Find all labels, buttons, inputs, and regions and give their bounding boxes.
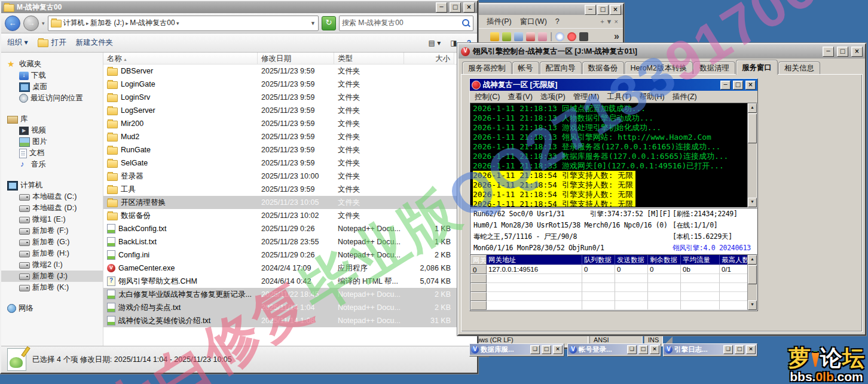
tab-相关信息[interactable]: 相关信息 [778, 62, 820, 74]
scroll-up-icon[interactable]: ▲ [748, 103, 757, 113]
new-folder-button[interactable]: 新建文件夹 [76, 38, 114, 48]
change-view-button[interactable]: ▤ ▾ [429, 39, 441, 47]
gateway-row[interactable] [470, 301, 748, 310]
file-row[interactable]: Config.ini2025/11/29 0:26Notepad++ Docu.… [103, 248, 477, 262]
npp-edit-icon[interactable] [526, 32, 535, 41]
column-header-size[interactable]: 大小 [404, 53, 454, 64]
sidebar-item-本地磁盘 (D:)[interactable]: 本地磁盘 (D:) [1, 202, 103, 214]
console-menu-查看(V)[interactable]: 查看(V) [508, 92, 533, 102]
preview-pane-button[interactable]: ◨ [450, 39, 457, 47]
sidebar-item-桌面[interactable]: 桌面 [1, 81, 103, 93]
breadcrumb-item[interactable]: 新加卷 (J:) [90, 19, 124, 27]
console-menu-帮助(H)[interactable]: 帮助(H) [639, 92, 664, 102]
gateway-row[interactable] [470, 292, 748, 301]
breadcrumb-item[interactable]: M-战神复古00 [130, 19, 175, 27]
back-button[interactable]: ← [5, 16, 20, 31]
panel-maximize-button[interactable]: □ [837, 47, 848, 57]
console-titlebar[interactable]: 战神复古一区 [无限版] ─ □ × [470, 79, 757, 91]
sidebar-item-下载[interactable]: 下载 [1, 70, 103, 81]
file-row[interactable]: 登录器2025/11/23 10:00文件夹 [103, 170, 477, 183]
npp-toolbar-overflow[interactable]: » [614, 31, 623, 42]
sidebar-item-音乐[interactable]: 音乐 [1, 159, 103, 170]
sidebar-item-库[interactable]: 库 [1, 113, 103, 125]
refresh-button[interactable]: ↻ [322, 16, 336, 30]
explorer-minimize-button[interactable]: ─ [436, 2, 447, 13]
address-dropdown-icon[interactable]: ▼ [310, 20, 316, 26]
file-row[interactable]: RunGate2025/11/23 9:59文件夹 [103, 143, 477, 156]
search-input[interactable]: 搜索 M-战神复古00 [339, 16, 473, 31]
minimized-window-帐号登录...[interactable]: 帐号登录...❏□× [567, 343, 661, 357]
sidebar-item-新加卷 (J:)[interactable]: 新加卷 (J:) [1, 271, 103, 282]
gateway-row[interactable] [470, 283, 748, 292]
file-row[interactable]: 数据备份2025/11/23 10:02文件夹 [103, 209, 477, 222]
npp-doc-switch-glyphs[interactable]: + ▼ × [600, 18, 618, 25]
breadcrumb-item[interactable]: 计算机 [63, 19, 85, 27]
mdi-restore-icon[interactable]: ❏ [530, 345, 540, 354]
panel-close-button[interactable]: × [851, 47, 863, 57]
console-menu-管理(M)[interactable]: 管理(M) [573, 92, 600, 102]
column-header-name[interactable]: 名称 ▴ [103, 53, 258, 64]
breadcrumb[interactable]: 计算机 ▸ 新加卷 (J:) ▸ M-战神复古00 ▾ ▼ [48, 16, 319, 31]
mdi-maximize-icon[interactable]: □ [735, 345, 744, 354]
npp-tool-icon-2[interactable] [502, 32, 511, 41]
console-menu-选项(P)[interactable]: 选项(P) [540, 92, 566, 102]
organize-button[interactable]: 组织 ▾ [7, 38, 28, 48]
mdi-maximize-icon[interactable]: □ [638, 345, 648, 354]
file-row[interactable]: LogServer2025/11/23 9:59文件夹 [103, 104, 477, 117]
explorer-maximize-button[interactable]: □ [450, 2, 461, 13]
tab-数据清理[interactable]: 数据清理 [693, 62, 735, 74]
forward-button[interactable]: → [23, 16, 39, 31]
sidebar-item-新加卷 (F:)[interactable]: 新加卷 (F:) [1, 225, 103, 236]
tab-帐号[interactable]: 帐号 [512, 62, 539, 74]
npp-menu-help[interactable]: ? [555, 17, 560, 26]
file-row[interactable]: LoginSrv2025/11/23 9:59文件夹 [103, 91, 477, 104]
table-scrollbar[interactable]: ▲ ▼ [747, 255, 757, 310]
npp-folder-icon[interactable] [538, 32, 547, 41]
table-scroll-down-icon[interactable]: ▼ [748, 300, 757, 310]
column-header-date[interactable]: 修改日期 [258, 53, 334, 64]
file-row[interactable]: 开区清理替换2025/11/23 10:05文件夹 [103, 196, 477, 209]
file-row[interactable]: BackConfig.txt2025/11/29 0:26Notepad++ D… [103, 222, 477, 235]
sidebar-item-新加卷 (K:)[interactable]: 新加卷 (K:) [1, 282, 103, 293]
mdi-close-icon[interactable]: × [650, 345, 659, 354]
mdi-restore-icon[interactable]: ❏ [723, 345, 733, 354]
npp-maximize-button[interactable]: □ [597, 5, 609, 15]
sidebar-item-微端2 (I:)[interactable]: 微端2 (I:) [1, 259, 103, 271]
sidebar-item-图片[interactable]: 图片 [1, 136, 103, 148]
tab-服务器控制[interactable]: 服务器控制 [462, 62, 512, 74]
file-row[interactable]: 战神传说之英雄传说介绍.txt2025/11/14 1:08Notepad++ … [103, 314, 477, 327]
explorer-titlebar[interactable]: M-战神复古00 ─ □ × [1, 1, 477, 13]
file-row[interactable]: GameCenter.exe2024/2/4 17:09应用程序2,086 KB [103, 262, 477, 275]
console-menu-插件(Z)[interactable]: 插件(Z) [673, 92, 697, 102]
breadcrumb-separator[interactable]: ▸ [124, 20, 130, 26]
console-close-button[interactable]: × [745, 81, 756, 90]
breadcrumb-separator[interactable]: ▾ [175, 20, 179, 26]
npp-minimize-button[interactable]: ─ [585, 5, 596, 15]
sidebar-item-新加卷 (H:)[interactable]: 新加卷 (H:) [1, 248, 103, 259]
sidebar-item-最近访问的位置[interactable]: 最近访问的位置 [1, 93, 103, 104]
search-icon[interactable] [462, 19, 470, 27]
panel-titlebar[interactable]: 翎风引擎控制台-战神复古一区 [J:\M-战神复古01\] ─ □ × [459, 44, 865, 59]
console-menu-控制(C)[interactable]: 控制(C) [475, 92, 500, 102]
npp-eye-icon[interactable] [555, 32, 564, 41]
file-row[interactable]: 工具2025/11/23 9:59文件夹 [103, 183, 477, 196]
file-row[interactable]: BackList.txt2025/11/28 23:55Notepad++ Do… [103, 235, 477, 248]
sidebar-item-微端1 (E:)[interactable]: 微端1 (E:) [1, 214, 103, 225]
file-row[interactable]: 游戏介绍与卖点.txt2025/11/14 1:04Notepad++ Docu… [103, 301, 477, 314]
mdi-restore-icon[interactable]: ❏ [627, 345, 637, 354]
file-row[interactable]: SelGate2025/11/23 9:59文件夹 [103, 156, 477, 170]
scroll-thumb[interactable] [748, 113, 757, 143]
mdi-close-icon[interactable]: × [553, 345, 563, 354]
sidebar-item-新加卷 (G:)[interactable]: 新加卷 (G:) [1, 236, 103, 248]
log-scrollbar[interactable]: ▲ ▼ [747, 103, 757, 207]
tab-HeroM2版本转换[interactable]: HeroM2版本转换 [625, 62, 693, 74]
file-row[interactable]: Mud22025/11/23 9:59文件夹 [103, 130, 477, 143]
file-row[interactable]: 翎风引擎帮助文档.CHM2024/6/14 0:42编译的 HTML 帮...5… [103, 275, 477, 288]
npp-menu-plugins[interactable]: 插件(P) [487, 17, 512, 27]
tab-数据备份[interactable]: 数据备份 [582, 62, 624, 74]
gateway-row[interactable] [470, 274, 748, 283]
sidebar-item-文档[interactable]: 文档 [1, 148, 103, 159]
scroll-down-icon[interactable]: ▼ [748, 198, 757, 207]
sidebar-item-计算机[interactable]: 计算机 [1, 180, 103, 191]
column-header-type[interactable]: 类型 [334, 53, 404, 64]
